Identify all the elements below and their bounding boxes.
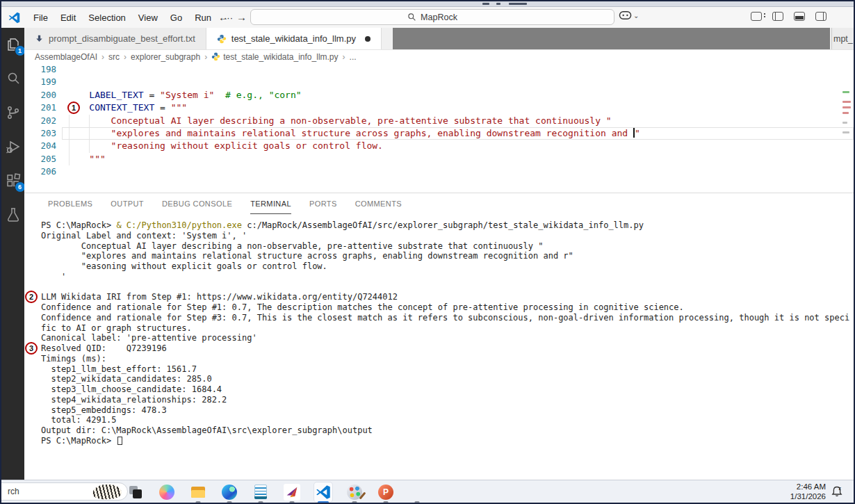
menu-run[interactable]: Run	[189, 10, 217, 25]
toggle-panel-icon[interactable]	[794, 12, 805, 21]
terminal-line: fic to AI or graph structures.	[41, 323, 854, 334]
layout-controls	[751, 12, 826, 21]
menubar: FileEditSelectionViewGoRun···	[28, 10, 238, 25]
sidebar-item-run-debug[interactable]	[5, 138, 22, 155]
line-number: 199	[24, 76, 62, 88]
back-arrow-icon[interactable]: ←	[218, 11, 229, 23]
taskbar-search-box[interactable]: rch	[0, 482, 128, 501]
vscode-logo-icon	[8, 11, 21, 24]
breadcrumb-item[interactable]: explorer_subgraph	[131, 52, 200, 62]
editor-line[interactable]: 200 LABEL_TEXT = "System i" # e.g., "cor…	[24, 89, 854, 101]
menu-view[interactable]: View	[133, 10, 163, 25]
minimap-mark	[842, 106, 851, 108]
menu-edit[interactable]: Edit	[55, 10, 81, 25]
terminal-line: PS C:\MapRock> & C:/Python310/python.exe…	[41, 220, 854, 231]
taskbar-task-view[interactable]	[127, 482, 145, 502]
line-number: 204	[24, 140, 62, 152]
tab-test-stale-wikidata[interactable]: test_stale_wikidata_info_llm.py	[206, 28, 382, 49]
taskbar-copilot[interactable]	[158, 482, 176, 502]
panel-tab-terminal[interactable]: TERMINAL	[250, 200, 291, 214]
notification-bell-icon[interactable]: z	[830, 485, 844, 498]
editor-line[interactable]: 203 "explores and maintains relational s…	[24, 127, 854, 140]
taskbar-paint[interactable]	[345, 482, 364, 502]
breadcrumb-item[interactable]: ...	[350, 52, 357, 62]
editor-line[interactable]: 202 Conceptual AI layer describing a non…	[24, 115, 854, 127]
chevron-down-icon: ⌄	[633, 12, 639, 19]
code-text: LABEL_TEXT = "System i" # e.g., "corn"	[62, 89, 854, 101]
terminal-line: Confidence and rationale for Step #1: 0.…	[41, 302, 854, 313]
editor-line[interactable]: 2011 CONTEXT_TEXT = """	[24, 101, 854, 114]
forward-arrow-icon[interactable]: →	[236, 11, 247, 23]
panel-tab-ports[interactable]: PORTS	[309, 200, 337, 214]
search-sidebar-icon	[5, 70, 22, 87]
taskbar-vscode[interactable]	[314, 482, 332, 502]
terminal-line: step5_embeddings: 478.3	[41, 405, 854, 416]
editor-line[interactable]: 205 """	[24, 153, 854, 165]
sidebar-item-source-control[interactable]	[5, 104, 22, 121]
terminal-line: '	[41, 272, 854, 282]
python-file-icon	[211, 52, 220, 61]
terminal-line: step3_llm_choose_candidate: 1684.4	[41, 384, 854, 395]
sidebar-item-extensions[interactable]: 6	[5, 172, 22, 189]
taskbar-edge[interactable]	[220, 482, 238, 502]
line-number: 205	[24, 153, 62, 165]
sidebar-item-testing[interactable]	[5, 206, 22, 223]
panel-tab-problems[interactable]: PROBLEMS	[48, 200, 92, 214]
toggle-secondary-sidebar-icon[interactable]	[815, 12, 826, 21]
line-number: 206	[24, 165, 62, 178]
running-indicator	[290, 501, 295, 503]
text-file-icon	[35, 34, 44, 43]
second-group-tab-fragment[interactable]: mpt_	[831, 28, 854, 49]
minimap-mark	[842, 112, 849, 114]
breadcrumb[interactable]: AssemblageOfAI›src›explorer_subgraph›tes…	[24, 50, 854, 63]
terminal-line: Conceptual AI layer describing a non-obs…	[41, 241, 854, 252]
breadcrumb-item[interactable]: test_stale_wikidata_info_llm.py	[211, 52, 338, 62]
taskbar-hidden-window[interactable]	[408, 482, 426, 502]
toggle-primary-sidebar-icon[interactable]	[772, 12, 783, 21]
editor-line[interactable]: 204 "reasoning without explicit goals or…	[24, 140, 854, 152]
tab-label: prompt_disambiguate_best_effort.txt	[49, 33, 195, 44]
editor-line[interactable]: 206	[24, 165, 854, 178]
customize-layout-icon[interactable]	[751, 12, 762, 21]
running-indicator	[196, 501, 201, 503]
panel-tab-debug-console[interactable]: DEBUG CONSOLE	[162, 200, 232, 214]
terminal-line: Timings (ms):	[41, 354, 854, 364]
taskbar-notepad[interactable]	[252, 482, 270, 502]
taskbar-powerpoint[interactable]: P	[377, 482, 395, 502]
tab-label: test_stale_wikidata_info_llm.py	[231, 33, 356, 44]
copilot-button[interactable]: ⌄	[619, 10, 639, 20]
sidebar-item-explorer[interactable]: 1	[5, 36, 22, 53]
minimap-mark	[842, 91, 849, 93]
minimap-mark	[842, 131, 849, 133]
editor-line[interactable]: 199	[24, 76, 854, 88]
panel-tab-output[interactable]: OUTPUT	[111, 200, 144, 214]
taskbar-file-explorer[interactable]	[189, 482, 207, 502]
taskbar-clock[interactable]: 2:46 AM 1/31/2026	[790, 482, 826, 501]
modified-dot-icon[interactable]	[365, 36, 370, 42]
code-editor[interactable]: 198199200 LABEL_TEXT = "System i" # e.g.…	[24, 63, 854, 193]
line-number: 203	[24, 127, 62, 140]
breadcrumb-item[interactable]: src	[108, 52, 120, 62]
clock-time: 2:46 AM	[790, 482, 826, 492]
breadcrumb-item[interactable]: AssemblageOfAI	[35, 52, 97, 62]
terminal-line: "easoning without explicit goals or cont…	[41, 261, 854, 272]
taskbar-origami[interactable]	[283, 482, 301, 502]
editor-line[interactable]: 198	[24, 63, 854, 76]
notepad-icon	[254, 485, 267, 499]
task-view-icon	[127, 484, 144, 501]
taskbar-icons: P	[127, 481, 426, 503]
sidebar-item-search[interactable]	[5, 70, 22, 87]
tab-prompt-disambiguate[interactable]: prompt_disambiguate_best_effort.txt	[24, 28, 206, 49]
code-text: Conceptual AI layer describing a non-obs…	[62, 115, 854, 127]
beaker-icon	[5, 206, 22, 223]
search-value: MapRock	[421, 13, 457, 22]
menu-go[interactable]: Go	[165, 10, 188, 25]
terminal-content[interactable]: PS C:\MapRock> & C:/Python310/python.exe…	[24, 214, 854, 446]
panel-tab-comments[interactable]: COMMENTS	[355, 200, 402, 214]
search-input[interactable]: MapRock	[250, 9, 614, 25]
menu-selection[interactable]: Selection	[83, 10, 131, 25]
code-text: "reasoning without explicit goals or con…	[62, 140, 854, 152]
background-window-fragment	[482, 3, 489, 5]
powerpoint-icon: P	[378, 485, 393, 500]
menu-file[interactable]: File	[28, 10, 54, 25]
